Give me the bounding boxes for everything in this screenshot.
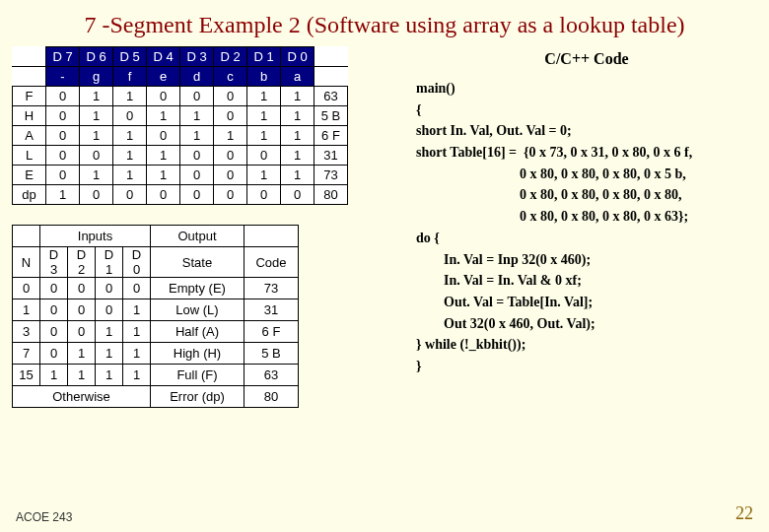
cell: D 7 [46, 47, 80, 67]
table-row: 00000Empty (E)73 [13, 278, 299, 299]
table-row: 70111High (H)5 B [13, 343, 299, 365]
cell: f [113, 67, 147, 87]
io-state-table: Inputs Output N D 3 D 2 D 1 D 0 State Co… [12, 225, 299, 408]
segment-lookup-table: D 7 D 6 D 5 D 4 D 3 D 2 D 1 D 0 - g f e … [12, 46, 348, 205]
cell [315, 47, 348, 67]
output-header: Output [151, 226, 245, 247]
table-row: 30011Half (A)6 F [13, 321, 299, 343]
cell: b [247, 67, 281, 87]
table-row: F0110001163 [13, 87, 348, 106]
cell [315, 67, 348, 87]
code-title: C/C++ Code [416, 46, 757, 78]
right-column: C/C++ Code main() { short In. Val, Out. … [406, 46, 757, 408]
cell: c [214, 67, 247, 87]
cell: D 4 [147, 47, 180, 67]
cell: D 0 [281, 47, 315, 67]
table-header-row: N D 3 D 2 D 1 D 0 State Code [13, 247, 299, 278]
footer-page-number: 22 [735, 503, 753, 524]
cell: - [46, 67, 80, 87]
table-row: dp1000000080 [13, 185, 348, 205]
cell: D 6 [80, 47, 113, 67]
table-row: 151111Full (F)63 [13, 365, 299, 386]
table-row: A011011116 F [13, 126, 348, 146]
table-header-row: Inputs Output [13, 226, 299, 247]
cell: D 2 [214, 47, 247, 67]
code-block: main() { short In. Val, Out. Val = 0; sh… [416, 78, 757, 377]
content-area: D 7 D 6 D 5 D 4 D 3 D 2 D 1 D 0 - g f e … [0, 46, 769, 408]
cell [13, 67, 46, 87]
cell: D 3 [180, 47, 214, 67]
table-header-row: D 7 D 6 D 5 D 4 D 3 D 2 D 1 D 0 [13, 47, 348, 67]
footer-course-code: ACOE 243 [16, 510, 72, 524]
table-header-row: - g f e d c b a [13, 67, 348, 87]
table-row: E0111001173 [13, 166, 348, 185]
otherwise-label: Otherwise [13, 386, 151, 408]
slide-title: 7 -Segment Example 2 (Software using arr… [0, 0, 769, 46]
table-row: 10001Low (L)31 [13, 299, 299, 321]
table-row: L0011000131 [13, 146, 348, 166]
left-column: D 7 D 6 D 5 D 4 D 3 D 2 D 1 D 0 - g f e … [12, 46, 406, 408]
inputs-header: Inputs [40, 226, 151, 247]
cell [13, 47, 46, 67]
cell: d [180, 67, 214, 87]
table-row: H010110115 B [13, 106, 348, 126]
cell: D 1 [247, 47, 281, 67]
cell: a [281, 67, 315, 87]
cell: g [80, 67, 113, 87]
cell: D 5 [113, 47, 147, 67]
table-row: Otherwise Error (dp) 80 [13, 386, 299, 408]
cell: e [147, 67, 180, 87]
